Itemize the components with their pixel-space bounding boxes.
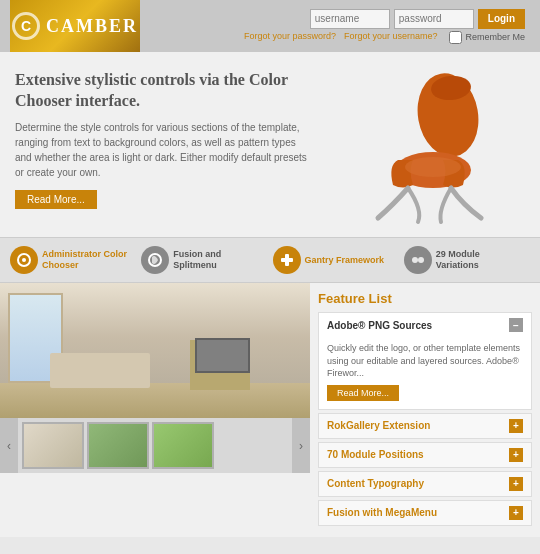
login-button[interactable]: Login xyxy=(478,9,525,29)
accordion-header-megamenu[interactable]: Fusion with MegaMenu + xyxy=(319,501,531,525)
hero-description: Determine the style controls for various… xyxy=(15,120,315,180)
lower-section: ‹ › Feature List Adobe® PNG Sources − Qu… xyxy=(0,283,540,537)
feature-list-title-plain: Feature xyxy=(318,291,365,306)
accordion-plus-icon-megamenu: + xyxy=(509,506,523,520)
accordion-plus-icon-module-positions: + xyxy=(509,448,523,462)
hero-section: Extensive stylistic controls via the Col… xyxy=(0,52,540,237)
hero-title: Extensive stylistic controls via the Col… xyxy=(15,70,315,112)
header-inputs: Login xyxy=(310,9,525,29)
feature-item-variations: 29 ModuleVariations xyxy=(404,246,530,274)
hero-text: Extensive stylistic controls via the Col… xyxy=(15,70,325,225)
room-couch xyxy=(50,353,150,388)
accordion-body-adobe: Quickly edit the logo, or other template… xyxy=(319,337,531,409)
accordion-label-gallery: RokGallery Extension xyxy=(327,420,430,431)
accordion-description-adobe: Quickly edit the logo, or other template… xyxy=(327,342,523,380)
accordion-label-megamenu: Fusion with MegaMenu xyxy=(327,507,437,518)
hero-image xyxy=(325,70,525,225)
thumbnail-2[interactable] xyxy=(87,422,149,469)
accordion-minus-icon: − xyxy=(509,318,523,332)
svg-point-5 xyxy=(22,258,26,262)
svg-point-10 xyxy=(418,257,424,263)
features-row: Administrator ColorChooser Fusion andSpl… xyxy=(0,237,540,283)
accordion-item-typography: Content Typography + xyxy=(318,471,532,497)
feature-list-title: Feature List xyxy=(318,291,532,306)
thumb-next-arrow[interactable]: › xyxy=(292,418,310,473)
accordion-header-gallery[interactable]: RokGallery Extension + xyxy=(319,414,531,438)
svg-point-3 xyxy=(405,157,461,177)
thumbnail-3[interactable] xyxy=(152,422,214,469)
accordion-item-megamenu: Fusion with MegaMenu + xyxy=(318,500,532,526)
svg-rect-8 xyxy=(285,254,289,266)
hero-read-more-button[interactable]: Read More... xyxy=(15,190,97,209)
remember-me-label: Remember Me xyxy=(449,31,525,44)
remember-me-checkbox[interactable] xyxy=(449,31,462,44)
feature-item-gantry: Gantry Framework xyxy=(273,246,399,274)
gallery-section: ‹ › xyxy=(0,283,310,537)
accordion-item-gallery: RokGallery Extension + xyxy=(318,413,532,439)
room-background xyxy=(0,283,310,418)
thumbnail-1[interactable] xyxy=(22,422,84,469)
accordion-header-module-positions[interactable]: 70 Module Positions + xyxy=(319,443,531,467)
accordion-header-adobe[interactable]: Adobe® PNG Sources − xyxy=(319,313,531,337)
header: CAMBER Login Forgot your password? Forgo… xyxy=(0,0,540,52)
feature-item-color-chooser: Administrator ColorChooser xyxy=(10,246,136,274)
logo-icon xyxy=(12,12,40,40)
accordion-read-more-button[interactable]: Read More... xyxy=(327,385,399,401)
chair-image xyxy=(333,70,518,225)
room-tv xyxy=(195,338,250,373)
variations-icon xyxy=(404,246,432,274)
password-input[interactable] xyxy=(394,9,474,29)
thumbnails-list xyxy=(18,422,292,469)
feature-label-color-chooser: Administrator ColorChooser xyxy=(42,249,127,271)
logo-text: CAMBER xyxy=(46,16,138,37)
username-input[interactable] xyxy=(310,9,390,29)
accordion-label-module-positions: 70 Module Positions xyxy=(327,449,424,460)
thumbnails-row: ‹ › xyxy=(0,418,310,473)
logo-box: CAMBER xyxy=(10,0,140,52)
color-chooser-icon xyxy=(10,246,38,274)
accordion-header-typography[interactable]: Content Typography + xyxy=(319,472,531,496)
forgot-username-link[interactable]: Forgot your username? xyxy=(344,31,438,44)
header-links: Forgot your password? Forgot your userna… xyxy=(244,31,525,44)
feature-label-fusion: Fusion andSplitmenu xyxy=(173,249,221,271)
accordion-label-typography: Content Typography xyxy=(327,478,424,489)
fusion-icon xyxy=(141,246,169,274)
accordion-plus-icon-typography: + xyxy=(509,477,523,491)
gantry-icon xyxy=(273,246,301,274)
main-room-image xyxy=(0,283,310,418)
header-right: Login Forgot your password? Forgot your … xyxy=(140,9,530,44)
svg-point-9 xyxy=(412,257,418,263)
feature-list-title-colored: List xyxy=(369,291,392,306)
room-floor xyxy=(0,383,310,418)
feature-item-fusion: Fusion andSplitmenu xyxy=(141,246,267,274)
feature-label-variations: 29 ModuleVariations xyxy=(436,249,480,271)
accordion-plus-icon-gallery: + xyxy=(509,419,523,433)
sidebar: Feature List Adobe® PNG Sources − Quickl… xyxy=(310,283,540,537)
forgot-password-link[interactable]: Forgot your password? xyxy=(244,31,336,44)
accordion-item-adobe: Adobe® PNG Sources − Quickly edit the lo… xyxy=(318,312,532,410)
feature-label-gantry: Gantry Framework xyxy=(305,255,385,266)
accordion-label-adobe: Adobe® PNG Sources xyxy=(327,320,432,331)
accordion-item-module-positions: 70 Module Positions + xyxy=(318,442,532,468)
thumb-prev-arrow[interactable]: ‹ xyxy=(0,418,18,473)
